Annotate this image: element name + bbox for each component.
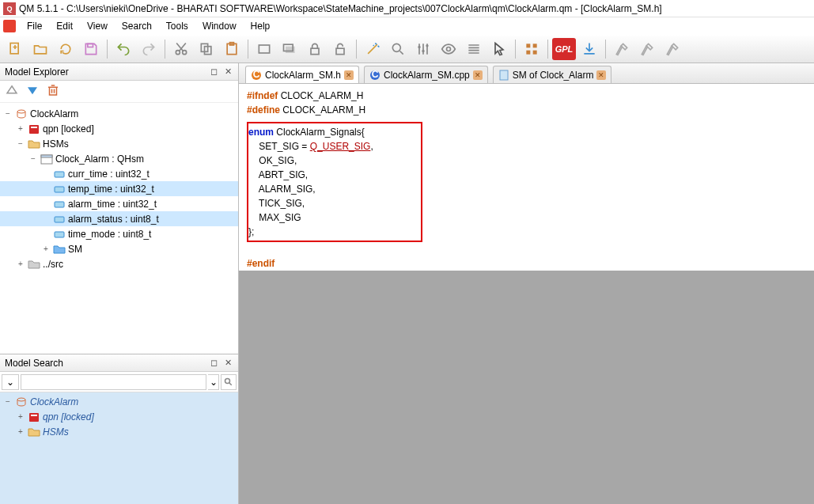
tab-close-button[interactable]: ✕ bbox=[473, 70, 483, 80]
svg-rect-18 bbox=[526, 44, 530, 47]
search-input[interactable] bbox=[21, 374, 206, 390]
save-button[interactable] bbox=[79, 38, 103, 60]
hammer3-button[interactable] bbox=[661, 38, 684, 60]
app-menu-icon[interactable] bbox=[3, 20, 16, 32]
tree-item[interactable]: +qpn [locked] bbox=[0, 121, 238, 136]
open-button[interactable] bbox=[28, 38, 52, 60]
hammer1-button[interactable] bbox=[610, 38, 634, 60]
svg-rect-27 bbox=[55, 172, 64, 177]
main-toolbar: GPL bbox=[0, 35, 814, 63]
tree-item[interactable]: −Clock_Alarm : QHsm bbox=[0, 151, 238, 166]
copy-button[interactable] bbox=[195, 38, 218, 60]
svg-rect-8 bbox=[259, 45, 269, 53]
list-button[interactable] bbox=[462, 38, 486, 60]
hammer2-button[interactable] bbox=[635, 38, 659, 60]
redo-button[interactable] bbox=[137, 38, 161, 60]
lock-button[interactable] bbox=[303, 38, 327, 60]
explorer-tree[interactable]: − ClockAlarm +qpn [locked]−HSMs−Clock_Al… bbox=[0, 103, 238, 354]
svg-point-33 bbox=[17, 398, 25, 401]
tab-icon: C bbox=[369, 70, 380, 81]
rect-tool-button[interactable] bbox=[252, 38, 276, 60]
svg-rect-34 bbox=[29, 413, 39, 422]
svg-text:C: C bbox=[372, 70, 379, 80]
menu-bar: File Edit View Search Tools Window Help bbox=[0, 17, 814, 35]
tree-item[interactable]: alarm_status : uint8_t bbox=[0, 211, 238, 226]
svg-rect-11 bbox=[311, 48, 319, 54]
svg-point-17 bbox=[447, 47, 451, 51]
editor-tabs: CClockAlarm_SM.h✕CClockAlarm_SM.cpp✕SM o… bbox=[239, 63, 814, 84]
menu-edit[interactable]: Edit bbox=[50, 19, 79, 33]
tree-item[interactable]: alarm_time : uint32_t bbox=[0, 196, 238, 211]
svg-rect-24 bbox=[31, 127, 37, 128]
delete-icon[interactable] bbox=[46, 83, 60, 100]
tree-item-icon bbox=[15, 396, 28, 408]
svg-rect-29 bbox=[55, 202, 64, 207]
svg-point-16 bbox=[426, 44, 428, 47]
search-float-button[interactable]: ◻ bbox=[208, 358, 219, 369]
undo-button[interactable] bbox=[112, 38, 135, 60]
search-results-tree[interactable]: −ClockAlarm+qpn [locked]+HSMs bbox=[0, 392, 238, 504]
download-button[interactable] bbox=[577, 38, 601, 60]
menu-file[interactable]: File bbox=[21, 19, 48, 33]
reload-button[interactable] bbox=[54, 38, 78, 60]
unlock-button[interactable] bbox=[328, 38, 352, 60]
zoom-button[interactable] bbox=[386, 38, 410, 60]
search-go-button[interactable] bbox=[221, 374, 237, 390]
tab-label: ClockAlarm_SM.cpp bbox=[384, 70, 470, 81]
cut-button[interactable] bbox=[169, 38, 193, 60]
panel-close-button[interactable]: ✕ bbox=[222, 66, 233, 78]
menu-search[interactable]: Search bbox=[115, 19, 158, 33]
model-search-panel: Model Search ◻ ✕ ⌄ ⌄ −ClockAlarm+qpn [lo… bbox=[0, 354, 238, 504]
tree-item-icon bbox=[53, 168, 66, 180]
editor-tab[interactable]: CClockAlarm_SM.h✕ bbox=[245, 66, 359, 83]
search-tree-item[interactable]: −ClockAlarm bbox=[0, 394, 238, 409]
tree-item[interactable]: curr_time : uint32_t bbox=[0, 166, 238, 181]
tree-item[interactable]: +SM bbox=[0, 241, 238, 256]
menu-window[interactable]: Window bbox=[196, 19, 243, 33]
search-type-dropdown[interactable]: ⌄ bbox=[2, 374, 19, 390]
svg-rect-23 bbox=[29, 125, 39, 134]
panel-float-button[interactable]: ◻ bbox=[208, 66, 219, 78]
tree-item-icon bbox=[53, 183, 66, 195]
sliders-button[interactable] bbox=[411, 38, 435, 60]
menu-help[interactable]: Help bbox=[244, 19, 277, 33]
menu-view[interactable]: View bbox=[81, 19, 114, 33]
code-editor[interactable]: #ifndef CLOCK_ALARM_H #define CLOCK_ALAR… bbox=[239, 84, 814, 271]
move-down-icon[interactable] bbox=[25, 83, 40, 100]
grid-button[interactable] bbox=[520, 38, 543, 60]
svg-rect-26 bbox=[41, 155, 52, 157]
rect-shadow-button[interactable] bbox=[278, 38, 301, 60]
tab-close-button[interactable]: ✕ bbox=[344, 70, 354, 80]
search-history-dropdown[interactable]: ⌄ bbox=[208, 374, 219, 390]
pointer-button[interactable] bbox=[487, 38, 511, 60]
explorer-toolbar bbox=[0, 81, 238, 103]
search-close-button[interactable]: ✕ bbox=[222, 358, 233, 369]
paste-button[interactable] bbox=[220, 38, 244, 60]
svg-rect-19 bbox=[533, 44, 537, 47]
tree-item[interactable]: time_mode : uint8_t bbox=[0, 226, 238, 241]
editor-tab[interactable]: CClockAlarm_SM.cpp✕ bbox=[364, 66, 488, 83]
tree-item-icon bbox=[53, 198, 66, 210]
svg-rect-28 bbox=[55, 187, 64, 192]
move-up-icon[interactable] bbox=[5, 83, 19, 100]
tree-item-icon bbox=[28, 123, 40, 135]
search-tree-item[interactable]: +qpn [locked] bbox=[0, 409, 238, 424]
svg-rect-12 bbox=[336, 48, 344, 54]
svg-rect-21 bbox=[533, 51, 537, 55]
editor-tab[interactable]: SM of Clock_Alarm✕ bbox=[493, 66, 612, 83]
tree-root[interactable]: − ClockAlarm bbox=[0, 106, 238, 121]
tree-item[interactable]: +../src bbox=[0, 256, 238, 271]
tree-item[interactable]: −HSMs bbox=[0, 136, 238, 151]
app-icon: Q bbox=[3, 2, 16, 15]
menu-tools[interactable]: Tools bbox=[160, 19, 195, 33]
tree-item[interactable]: temp_time : uint32_t bbox=[0, 181, 238, 196]
tab-close-button[interactable]: ✕ bbox=[596, 70, 606, 80]
eye-button[interactable] bbox=[437, 38, 460, 60]
gpl-button[interactable]: GPL bbox=[552, 38, 576, 60]
search-tree-item[interactable]: +HSMs bbox=[0, 424, 238, 439]
tab-icon: C bbox=[251, 70, 262, 81]
svg-point-15 bbox=[422, 50, 424, 52]
tree-item-icon bbox=[53, 228, 66, 241]
wand-button[interactable] bbox=[361, 38, 384, 60]
new-file-button[interactable] bbox=[3, 38, 27, 60]
